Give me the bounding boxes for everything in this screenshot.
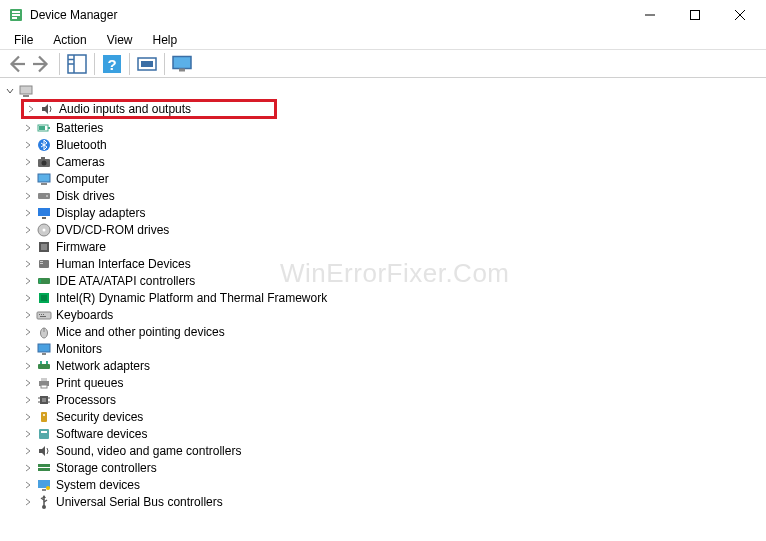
- tree-item[interactable]: System devices: [0, 476, 766, 493]
- svg-rect-48: [41, 314, 42, 315]
- menu-file[interactable]: File: [4, 31, 43, 49]
- tree-item-label[interactable]: Audio inputs and outputs: [59, 102, 191, 116]
- device-category-icon: [36, 239, 52, 255]
- tree-root[interactable]: [0, 82, 766, 99]
- svg-rect-45: [41, 295, 47, 301]
- tree-item-label: Network adapters: [56, 359, 150, 373]
- expand-icon[interactable]: [22, 241, 34, 253]
- expand-icon[interactable]: [22, 496, 34, 508]
- minimize-button[interactable]: [627, 0, 672, 30]
- expand-icon[interactable]: [22, 428, 34, 440]
- tree-item[interactable]: Network adapters: [0, 357, 766, 374]
- expand-icon[interactable]: [22, 309, 34, 321]
- svg-rect-17: [141, 61, 153, 67]
- device-tree[interactable]: Audio inputs and outputs BatteriesBlueto…: [0, 78, 766, 514]
- svg-rect-55: [38, 364, 50, 369]
- tree-item-label: Disk drives: [56, 189, 115, 203]
- svg-point-27: [42, 160, 47, 165]
- expand-icon[interactable]: [22, 122, 34, 134]
- expand-icon[interactable]: [22, 156, 34, 168]
- maximize-button[interactable]: [672, 0, 717, 30]
- svg-point-75: [46, 486, 50, 490]
- expand-icon[interactable]: [22, 258, 34, 270]
- svg-point-68: [43, 414, 45, 416]
- tree-item[interactable]: Security devices: [0, 408, 766, 425]
- expand-icon[interactable]: [22, 462, 34, 474]
- expand-icon[interactable]: [22, 275, 34, 287]
- tree-item[interactable]: Processors: [0, 391, 766, 408]
- tree-item[interactable]: Software devices: [0, 425, 766, 442]
- computer-icon: [18, 83, 34, 99]
- expand-icon[interactable]: [22, 377, 34, 389]
- expand-icon[interactable]: [22, 139, 34, 151]
- expand-icon[interactable]: [25, 103, 37, 115]
- expand-icon[interactable]: [22, 411, 34, 423]
- expand-icon[interactable]: [22, 207, 34, 219]
- tree-item[interactable]: Human Interface Devices: [0, 255, 766, 272]
- tree-item[interactable]: Keyboards: [0, 306, 766, 323]
- menu-action[interactable]: Action: [43, 31, 96, 49]
- device-category-icon: [36, 120, 52, 136]
- show-hide-tree-button[interactable]: [65, 52, 89, 76]
- device-category-icon: [36, 324, 52, 340]
- svg-rect-62: [42, 398, 46, 402]
- tree-item[interactable]: Batteries: [0, 119, 766, 136]
- svg-rect-53: [38, 344, 50, 352]
- tree-item[interactable]: Firmware: [0, 238, 766, 255]
- tree-item-label: Intel(R) Dynamic Platform and Thermal Fr…: [56, 291, 327, 305]
- tree-item-label: Sound, video and game controllers: [56, 444, 241, 458]
- tree-item[interactable]: Display adapters: [0, 204, 766, 221]
- svg-rect-29: [38, 174, 50, 182]
- expand-icon[interactable]: [22, 224, 34, 236]
- app-icon: [8, 7, 24, 23]
- expand-icon[interactable]: [22, 343, 34, 355]
- tree-item[interactable]: IDE ATA/ATAPI controllers: [0, 272, 766, 289]
- svg-text:?: ?: [107, 56, 116, 73]
- monitor-button[interactable]: [170, 52, 194, 76]
- tree-item[interactable]: Sound, video and game controllers: [0, 442, 766, 459]
- tree-item-label: IDE ATA/ATAPI controllers: [56, 274, 195, 288]
- tree-item[interactable]: Disk drives: [0, 187, 766, 204]
- tree-item[interactable]: Computer: [0, 170, 766, 187]
- expand-icon[interactable]: [22, 326, 34, 338]
- tree-item-label: Computer: [56, 172, 109, 186]
- svg-rect-60: [41, 385, 47, 388]
- expand-icon[interactable]: [22, 479, 34, 491]
- back-button[interactable]: [4, 52, 28, 76]
- tree-item-label: Bluetooth: [56, 138, 107, 152]
- expand-icon[interactable]: [22, 292, 34, 304]
- expand-icon[interactable]: [22, 394, 34, 406]
- tree-item-label: Cameras: [56, 155, 105, 169]
- forward-button[interactable]: [30, 52, 54, 76]
- titlebar: Device Manager: [0, 0, 766, 30]
- tree-item[interactable]: Cameras: [0, 153, 766, 170]
- tree-item[interactable]: Monitors: [0, 340, 766, 357]
- tree-item-label: Display adapters: [56, 206, 145, 220]
- expand-icon[interactable]: [22, 445, 34, 457]
- help-button[interactable]: ?: [100, 52, 124, 76]
- expand-icon[interactable]: [22, 190, 34, 202]
- tree-item[interactable]: DVD/CD-ROM drives: [0, 221, 766, 238]
- tree-item-label: Batteries: [56, 121, 103, 135]
- svg-rect-49: [43, 314, 44, 315]
- tree-item[interactable]: Intel(R) Dynamic Platform and Thermal Fr…: [0, 289, 766, 306]
- collapse-icon[interactable]: [4, 85, 16, 97]
- expand-icon[interactable]: [22, 360, 34, 372]
- tree-item[interactable]: Print queues: [0, 374, 766, 391]
- svg-rect-1: [12, 11, 20, 13]
- tree-item-label: Human Interface Devices: [56, 257, 191, 271]
- tree-item[interactable]: Mice and other pointing devices: [0, 323, 766, 340]
- tree-item[interactable]: Universal Serial Bus controllers: [0, 493, 766, 510]
- svg-rect-46: [37, 312, 51, 319]
- menu-help[interactable]: Help: [143, 31, 188, 49]
- close-button[interactable]: [717, 0, 762, 30]
- device-category-icon: [36, 222, 52, 238]
- tree-item-label: Universal Serial Bus controllers: [56, 495, 223, 509]
- device-category-icon: [36, 273, 52, 289]
- expand-icon[interactable]: [22, 173, 34, 185]
- tree-item[interactable]: Bluetooth: [0, 136, 766, 153]
- tree-item[interactable]: Storage controllers: [0, 459, 766, 476]
- scan-button[interactable]: [135, 52, 159, 76]
- svg-rect-54: [42, 353, 46, 355]
- menu-view[interactable]: View: [97, 31, 143, 49]
